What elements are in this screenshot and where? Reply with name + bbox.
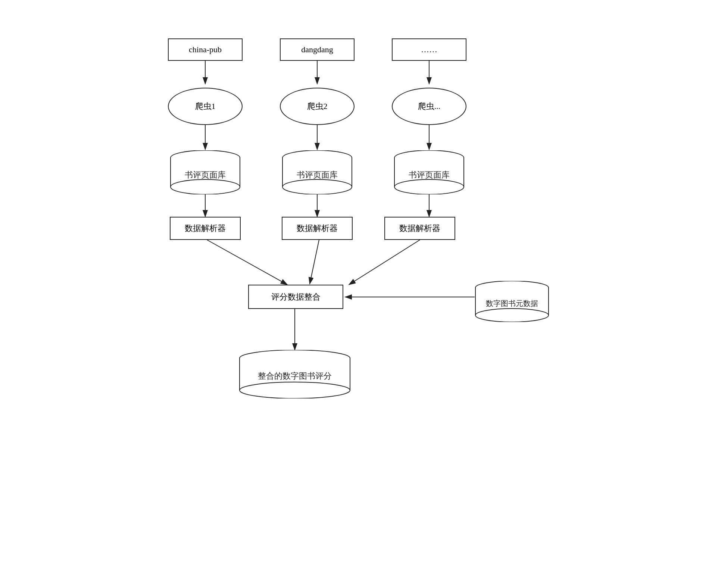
reviewdb-3: 书评页面库: [394, 150, 465, 194]
source-dangdang: dangdang: [280, 38, 354, 61]
svg-point-38: [475, 309, 549, 322]
svg-point-26: [282, 179, 352, 194]
output-db: 整合的数字图书评分: [239, 350, 351, 398]
parser-3: 数据解析器: [384, 217, 455, 240]
source-chinapub: china-pub: [168, 38, 243, 61]
source-more: ……: [392, 38, 466, 61]
svg-point-20: [171, 179, 240, 194]
svg-text:书评页面库: 书评页面库: [297, 170, 338, 179]
svg-text:数字图书元数据: 数字图书元数据: [486, 299, 538, 307]
svg-line-11: [207, 240, 287, 285]
crawler-1: 爬虫1: [168, 88, 243, 125]
meta-db: 数字图书元数据: [475, 281, 549, 322]
crawler-n: 爬虫...: [392, 88, 466, 125]
svg-text:整合的数字图书评分: 整合的数字图书评分: [258, 371, 332, 381]
crawler-2: 爬虫2: [280, 88, 354, 125]
parser-2: 数据解析器: [282, 217, 353, 240]
svg-point-32: [394, 179, 464, 194]
parser-1: 数据解析器: [170, 217, 241, 240]
svg-line-12: [310, 240, 319, 284]
svg-point-44: [240, 382, 350, 398]
svg-line-13: [349, 240, 420, 285]
reviewdb-1: 书评页面库: [170, 150, 241, 194]
diagram: china-pub dangdang …… 爬虫1 爬虫2 爬虫... 书评页面…: [149, 24, 560, 564]
svg-text:书评页面库: 书评页面库: [185, 170, 226, 179]
reviewdb-2: 书评页面库: [282, 150, 353, 194]
aggregator: 评分数据整合: [248, 285, 343, 309]
svg-text:书评页面库: 书评页面库: [409, 170, 450, 179]
